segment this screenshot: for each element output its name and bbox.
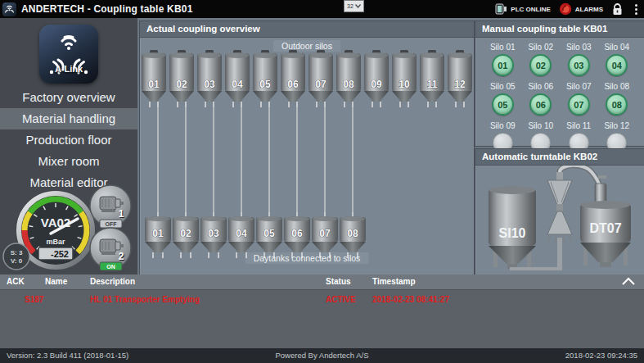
daytank-08[interactable]: 08 [340,212,366,258]
sidebar-item-material-handling[interactable]: Material handling [0,108,137,129]
dt07-tank[interactable]: DT07 [580,175,631,267]
manual-coupling-cell-silo-04: Silo 0404 [598,43,637,76]
alarm-description: HL 01 Transporter Emptying [90,295,200,304]
daytank-05[interactable]: 05 [256,212,282,258]
silo-number: 03 [204,79,215,90]
manual-coupling-cell-silo-01: Silo 0101 [484,43,522,76]
coupling-toggle-silo-02[interactable]: 02 [529,54,552,76]
manual-coupling-panel: Manual coupling table KB01 Silo 0101Silo… [475,20,644,147]
outdoor-silo-06[interactable]: 06 [281,50,305,107]
alink-logo: A-Link [39,25,98,84]
alarm-name: S187 [25,295,43,304]
actual-coupling-panel: Actual coupling overview Outdoor silos 0… [139,20,475,276]
alarm-rows: S187HL 01 Transporter EmptyingACTIVE2018… [0,293,644,307]
coupling-toggle-silo-03[interactable]: 03 [568,54,590,76]
motor-number: 1 [119,208,124,220]
outdoor-silo-05[interactable]: 05 [253,50,277,107]
manual-coupling-cell-silo-08: Silo 0808 [598,82,637,116]
daytank-03[interactable]: 03 [200,212,227,258]
daytank-number: 05 [263,228,275,239]
sidebar-item-mixer-room[interactable]: Mixer room [0,151,137,172]
sidebar-nav: Factory overviewMaterial handlingProduct… [0,87,137,193]
plc-status-button[interactable]: PLC ONLINE [495,3,550,15]
alarm-table-header: ACK Name Description Status Timestamp [0,275,644,290]
silo-cell-label: Silo 02 [528,43,553,52]
outdoor-silo-01[interactable]: 01 [142,50,166,107]
daytank-07[interactable]: 07 [312,212,338,258]
alarm-row[interactable]: S187HL 01 Transporter EmptyingACTIVE2018… [0,293,644,307]
outdoor-silo-09[interactable]: 09 [364,50,389,107]
v-value: V: 0 [11,257,23,265]
alarms-button[interactable]: ALARMS [559,2,603,16]
si10-tank[interactable]: SI10 [489,186,536,269]
daytank-number: 04 [236,228,247,239]
motor-button-2[interactable]: 2 2 ON [88,227,133,276]
turntable-unit[interactable] [547,172,572,243]
silo-cell-label: Silo 04 [604,43,629,52]
overflow-menu-button[interactable] [632,4,641,15]
coupling-toggle-silo-07[interactable]: 07 [568,93,590,116]
manual-coupling-cell-silo-06: Silo 0606 [522,82,561,116]
silo-cell-label: Silo 11 [566,121,591,130]
manual-coupling-cell-silo-02: Silo 0202 [522,43,561,76]
coupling-toggle-silo-01[interactable]: 01 [492,54,514,76]
alarm-status: ACTIVE [326,295,356,304]
silo-number: 08 [343,79,354,90]
outdoor-silo-08[interactable]: 08 [336,50,361,107]
silo-number: 09 [371,79,382,90]
motor-state-label: OFF [106,221,118,227]
scale-dropdown[interactable]: 32 [344,0,364,12]
daytank-01[interactable]: 01 [145,212,171,258]
outdoor-silo-12[interactable]: 12 [448,50,472,107]
alarm-beacon-icon [559,2,572,16]
daytank-number: 01 [152,228,164,239]
s-value: S: 3 [11,249,23,256]
lock-icon[interactable] [611,2,624,16]
silo-number: 01 [148,79,160,90]
manual-coupling-title: Manual coupling table KB01 [475,21,644,38]
sidebar-item-production-floor[interactable]: Production floor [0,129,137,151]
turntable-diagram: SI10 [475,166,644,274]
silo-cell-label: Silo 10 [528,121,553,130]
dt07-label: DT07 [589,221,621,235]
col-status: Status [326,277,351,286]
outdoor-silo-03[interactable]: 03 [197,50,222,107]
alarms-label: ALARMS [575,6,603,13]
coupling-toggle-silo-06[interactable]: 06 [529,93,552,116]
silo-cell-label: Silo 07 [566,82,592,91]
outdoor-silo-11[interactable]: 11 [420,50,444,107]
coupling-diagram: 01 02 03 04 05 [140,48,474,271]
outdoor-silo-02[interactable]: 02 [169,50,194,107]
silo-number: 06 [287,79,299,90]
motor-number: 2 [119,251,124,262]
silo-cell-label: Silo 01 [490,43,516,52]
sidebar: A-Link Factory overviewMaterial handling… [0,18,137,275]
silo-cell-label: Silo 12 [604,121,629,130]
motor-button-1[interactable]: 1 1 OFF [88,184,133,234]
coupling-toggle-silo-04[interactable]: 04 [606,54,628,76]
hmi-screen: ANDERTECH - Coupling table KB01 32 PLC O… [0,0,644,363]
silo-number: 05 [259,79,271,90]
manual-coupling-cell-silo-07: Silo 0707 [560,82,598,116]
outdoor-silo-07[interactable]: 07 [308,50,333,107]
daytank-06[interactable]: 06 [284,212,310,258]
daytank-04[interactable]: 04 [228,212,254,258]
window-title: ANDERTECH - Coupling table KB01 [21,3,193,15]
coupling-toggle-silo-08[interactable]: 08 [606,93,628,116]
outdoor-silo-10[interactable]: 10 [392,50,417,107]
coupling-toggle-silo-05[interactable]: 05 [492,93,514,116]
plc-icon [495,3,507,15]
motor-state-label: ON [106,264,115,270]
statusbar: Version: 2.3 Build 411 (2018-01-15) Powe… [0,348,644,363]
daytanks-label: Daytanks connected to silos [245,252,369,264]
silo-number: 10 [399,79,410,90]
outdoor-silo-04[interactable]: 04 [225,50,250,107]
turntable-panel: Automatic turntable KB02 SI10 [475,148,644,276]
daytank-02[interactable]: 02 [173,212,199,258]
version-text: Version: 2.3 Build 411 (2018-01-15) [7,351,128,360]
collapse-alarms-icon[interactable] [621,276,636,286]
sidebar-item-factory-overview[interactable]: Factory overview [0,87,137,108]
silo-cell-label: Silo 06 [528,82,553,91]
setpoint-badge: S: 3 V: 0 [2,242,31,271]
alarm-bar: ACK Name Description Status Timestamp S1… [0,275,644,348]
